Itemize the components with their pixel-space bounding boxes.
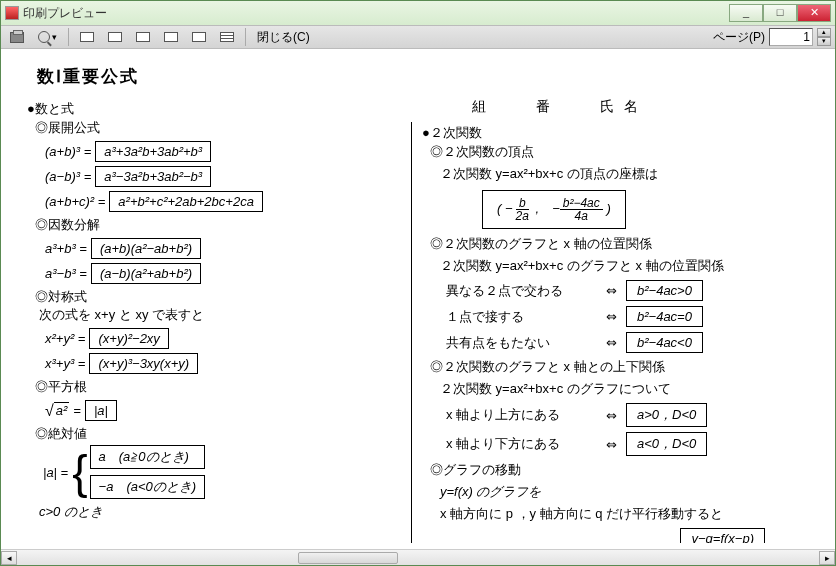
formula-box: b²−4ac<0	[626, 332, 703, 353]
formula-box: a>0，D<0	[626, 403, 707, 427]
printer-icon	[10, 32, 24, 43]
relation-row: 共有点をもたない⇔b²−4ac<0	[446, 332, 795, 353]
move-text: y=f(x) のグラフを	[440, 483, 795, 501]
layout-3-button[interactable]	[131, 30, 155, 44]
formula-box: a<0，D<0	[626, 432, 707, 456]
formula-row: x³+y³ =(x+y)³−3xy(x+y)	[45, 353, 401, 374]
header-cell: 氏名	[600, 98, 648, 116]
sub-graph-x: ◎２次関数のグラフと x 軸の位置関係	[430, 235, 795, 253]
iff-icon: ⇔	[596, 335, 626, 350]
separator	[68, 28, 69, 46]
sub-symmetric: ◎対称式	[35, 288, 401, 306]
iff-icon: ⇔	[596, 437, 626, 452]
formula-row: (a+b)³ =a³+3a²b+3ab²+b³	[45, 141, 401, 162]
sub-factor: ◎因数分解	[35, 216, 401, 234]
sub-expand: ◎展開公式	[35, 119, 401, 137]
sub-updown: ◎２次関数のグラフと x 軸との上下関係	[430, 358, 795, 376]
titlebar: 印刷プレビュー _ □ ✕	[1, 1, 835, 25]
sym-note: 次の式を x+y と xy で表すと	[39, 306, 401, 324]
formula-box: (x+y)²−2xy	[89, 328, 168, 349]
page-up-button[interactable]: ▴	[817, 28, 831, 37]
print-button[interactable]	[5, 30, 29, 45]
close-preview-button[interactable]: 閉じる(C)	[252, 27, 315, 48]
formula-row: (a−b)³ =a³−3a²b+3ab²−b³	[45, 166, 401, 187]
relation-row: 異なる２点で交わる⇔b²−4ac>0	[446, 280, 795, 301]
sub-sqrt: ◎平方根	[35, 378, 401, 396]
iff-icon: ⇔	[596, 283, 626, 298]
print-preview-window: 印刷プレビュー _ □ ✕ ▾ 閉じる(C) ページ(P) ▴ ▾ 数Ⅰ重要公式	[0, 0, 836, 566]
grid-6-icon	[192, 32, 206, 42]
grid-3-icon	[136, 32, 150, 42]
iff-icon: ⇔	[596, 309, 626, 324]
updown-text: ２次関数 y=ax²+bx+c のグラフについて	[440, 380, 795, 398]
relation-row: x 軸より下方にある⇔a<0，D<0	[446, 432, 795, 456]
sqrt-expr: √a²	[45, 402, 69, 420]
formula-box: |a|	[85, 400, 117, 421]
page-down-button[interactable]: ▾	[817, 37, 831, 46]
formula-box: a²+b²+c²+2ab+2bc+2ca	[109, 191, 263, 212]
preview-area: 数Ⅰ重要公式 ●数と式 ◎展開公式 (a+b)³ =a³+3a²b+3ab²+b…	[1, 49, 835, 549]
page-label: ページ(P)	[713, 29, 765, 46]
vertex-box: ( −b2a , −b²−4ac4a )	[482, 190, 626, 229]
formula-box: a³−3a²b+3ab²−b³	[95, 166, 211, 187]
relation-row: x 軸より上方にある⇔a>0，D<0	[446, 403, 795, 427]
formula-row: √a² = |a|	[45, 400, 401, 421]
sub-move: ◎グラフの移動	[430, 461, 795, 479]
sub-abs: ◎絶対値	[35, 425, 401, 443]
header-cell: 組	[472, 98, 496, 116]
section-quadratic: ●２次関数	[422, 124, 795, 142]
page-number-input[interactable]	[769, 28, 813, 46]
scroll-thumb[interactable]	[298, 552, 398, 564]
move-text: x 軸方向に p ，y 軸方向に q だけ平行移動すると	[440, 505, 795, 523]
c-note: c>0 のとき	[39, 503, 401, 521]
layout-2-button[interactable]	[103, 30, 127, 44]
formula-row: x²+y² =(x+y)²−2xy	[45, 328, 401, 349]
maximize-button[interactable]: □	[763, 4, 797, 22]
formula-box: (a−b)(a²+ab+b²)	[91, 263, 201, 284]
scroll-track[interactable]	[17, 551, 819, 565]
window-title: 印刷プレビュー	[23, 5, 107, 22]
separator	[245, 28, 246, 46]
grid-2-icon	[108, 32, 122, 42]
preview-page: 数Ⅰ重要公式 ●数と式 ◎展開公式 (a+b)³ =a³+3a²b+3ab²+b…	[1, 49, 821, 543]
formula-row: a³−b³ =(a−b)(a²+ab+b²)	[45, 263, 401, 284]
formula-box: y−q=f(x−p)	[680, 528, 765, 543]
formula-box: −a (a<0のとき)	[90, 475, 206, 499]
close-window-button[interactable]: ✕	[797, 4, 831, 22]
zoom-button[interactable]: ▾	[33, 29, 62, 45]
layout-9-button[interactable]	[215, 30, 239, 44]
relation-row: １点で接する⇔b²−4ac=0	[446, 306, 795, 327]
scroll-left-button[interactable]: ◂	[1, 551, 17, 565]
header-cell: 番	[536, 98, 560, 116]
formula-box: a (a≧0のとき)	[90, 445, 206, 469]
magnifier-icon	[38, 31, 50, 43]
toolbar: ▾ 閉じる(C) ページ(P) ▴ ▾	[1, 25, 835, 49]
formula-box: b²−4ac=0	[626, 306, 703, 327]
sub-vertex: ◎２次関数の頂点	[430, 143, 795, 161]
left-column: ●数と式 ◎展開公式 (a+b)³ =a³+3a²b+3ab²+b³ (a−b)…	[27, 98, 411, 543]
vertex-text: ２次関数 y=ax²+bx+c の頂点の座標は	[440, 165, 795, 183]
abs-definition: |a| = { a (a≧0のとき) −a (a<0のとき)	[43, 445, 401, 499]
horizontal-scrollbar[interactable]: ◂ ▸	[1, 549, 835, 565]
graph-x-text: ２次関数 y=ax²+bx+c のグラフと x 軸の位置関係	[440, 257, 795, 275]
formula-box: (x+y)³−3xy(x+y)	[89, 353, 198, 374]
page-title: 数Ⅰ重要公式	[37, 65, 795, 88]
grid-1-icon	[80, 32, 94, 42]
right-column: 組 番 氏名 ●２次関数 ◎２次関数の頂点 ２次関数 y=ax²+bx+c の頂…	[411, 122, 795, 543]
grid-9-icon	[220, 32, 234, 42]
formula-box: (a+b)(a²−ab+b²)	[91, 238, 201, 259]
layout-1-button[interactable]	[75, 30, 99, 44]
layout-4-button[interactable]	[159, 30, 183, 44]
grid-4-icon	[164, 32, 178, 42]
section-expression: ●数と式	[27, 100, 401, 118]
minimize-button[interactable]: _	[729, 4, 763, 22]
formula-box: a³+3a²b+3ab²+b³	[95, 141, 211, 162]
iff-icon: ⇔	[596, 408, 626, 423]
scroll-right-button[interactable]: ▸	[819, 551, 835, 565]
layout-6-button[interactable]	[187, 30, 211, 44]
brace-icon: {	[72, 452, 87, 492]
formula-row: a³+b³ =(a+b)(a²−ab+b²)	[45, 238, 401, 259]
formula-row: (a+b+c)² =a²+b²+c²+2ab+2bc+2ca	[45, 191, 401, 212]
app-icon	[5, 6, 19, 20]
formula-box: b²−4ac>0	[626, 280, 703, 301]
